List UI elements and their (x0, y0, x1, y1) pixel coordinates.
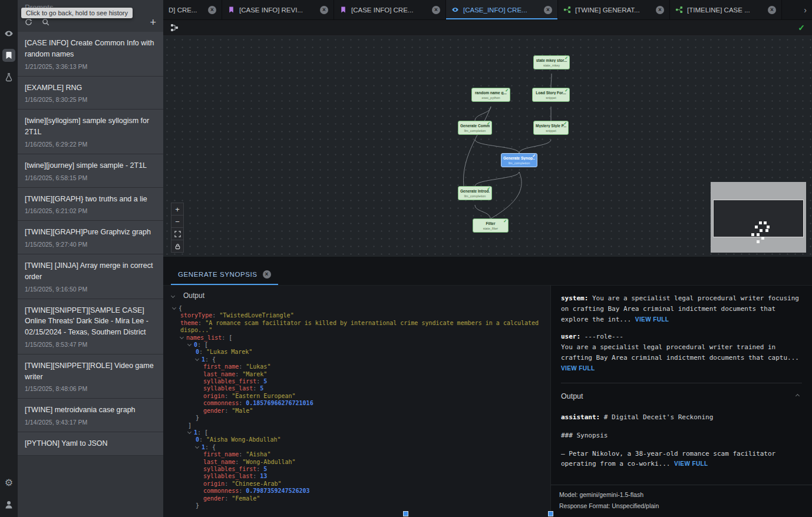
graph-canvas[interactable]: ✓ ✓state mkey stor...state_mkey✓random n… (163, 20, 812, 257)
list-item[interactable]: [PYTHON] Yaml to JSON (18, 432, 163, 456)
json-line[interactable]: syllables_last: 5 (173, 385, 546, 392)
layout-icon[interactable] (170, 24, 179, 32)
account-icon[interactable] (2, 498, 15, 511)
collapse-chevron-icon[interactable] (172, 306, 176, 310)
json-line[interactable]: last_name: "Wong-Abdullah" (173, 459, 546, 466)
add-prompt-button[interactable]: + (150, 19, 156, 26)
json-line[interactable]: 0: [ (173, 342, 546, 349)
zoom-in-button[interactable]: + (171, 203, 183, 216)
tab-overflow-chevron[interactable]: › (798, 0, 812, 19)
view-full-link[interactable]: VIEW FULL (561, 365, 595, 372)
list-item[interactable]: [twine][syllogism] sample syllogism for … (18, 110, 163, 154)
lock-button[interactable] (171, 240, 183, 252)
resize-handle[interactable] (403, 511, 408, 516)
json-line[interactable]: gender: "Male" (173, 407, 546, 415)
json-line[interactable]: names_list: [ (173, 334, 546, 342)
list-item[interactable]: [TWINE][SNIPPET][ROLE] Video game writer… (18, 354, 163, 399)
json-line[interactable]: 1: [ (173, 429, 546, 436)
json-line[interactable]: 1: { (173, 356, 546, 363)
editor-tab[interactable]: [TIMELINE] CASE ...× (670, 0, 782, 19)
json-line[interactable]: first_name: "Lukas" (173, 363, 546, 370)
tab-generate-synopsis[interactable]: GENERATE SYNOPSIS × (171, 266, 278, 285)
json-line[interactable]: gender: "Female" (173, 495, 546, 502)
json-line[interactable]: 0: "Lukas Marek" (173, 349, 546, 356)
editor-tab[interactable]: [CASE_INFO] CRE...× (446, 0, 558, 19)
json-line[interactable]: commonness: 0.7987359247526203 (173, 488, 546, 495)
json-line[interactable]: commonness: 0.18576966276721016 (173, 400, 546, 407)
tab-label: [CASE INFO] CRE... (351, 6, 428, 14)
json-line[interactable]: first_name: "Aisha" (173, 451, 546, 458)
check-icon: ✓ (565, 56, 568, 61)
bottom-panel: GENERATE SYNOPSIS × Output {storyType: "… (163, 257, 812, 517)
collapse-chevron-icon[interactable] (195, 445, 199, 449)
json-line[interactable]: } (173, 502, 546, 509)
minimap[interactable] (711, 182, 806, 253)
editor-tab[interactable]: [CASE INFO] REVI...× (222, 0, 334, 19)
json-line[interactable]: last_name: "Marek" (173, 371, 546, 378)
json-line[interactable]: { (173, 305, 546, 312)
graph-node[interactable]: ✓Generate Introd...llm_completion (458, 186, 492, 200)
close-icon[interactable]: × (208, 6, 216, 14)
list-item[interactable]: [twine][journey] simple sample - 2T1L1/1… (18, 154, 163, 188)
json-line[interactable]: 1: { (173, 444, 546, 451)
minimap-viewport[interactable] (713, 200, 804, 237)
inspector-output-header[interactable]: Output (561, 390, 802, 402)
prompt-title: [twine][syllogism] sample syllogism for … (25, 115, 156, 138)
graph-node[interactable]: ✓Load Story For...snippet (532, 88, 570, 102)
collapse-chevron-icon[interactable] (180, 335, 184, 339)
close-icon[interactable]: × (320, 6, 328, 14)
json-line[interactable]: } (173, 415, 546, 422)
resize-handle[interactable] (548, 511, 553, 516)
prompt-timestamp: 1/16/2025, 6:29:22 PM (25, 141, 156, 148)
json-tree[interactable]: {storyType: "TwistedLoveTriangle"theme: … (163, 303, 550, 517)
graph-node[interactable]: ✓random name g...exec_python (471, 88, 510, 102)
json-line[interactable]: ] (173, 422, 546, 429)
list-item[interactable]: [TWINE] metroidvania case graph1/14/2025… (18, 399, 163, 432)
refresh-icon[interactable] (25, 18, 33, 26)
saved-check-icon[interactable]: ✓ (798, 23, 805, 32)
json-line[interactable]: origin: "Eastern European" (173, 393, 546, 400)
node-title: Generate Introd... (460, 189, 490, 193)
editor-tab[interactable]: D] CRE...× (163, 0, 222, 19)
editor-tab[interactable]: [TWINE] GENERAT...× (558, 0, 670, 19)
view-full-link[interactable]: VIEW FULL (635, 316, 669, 323)
output-collapse-header[interactable]: Output (163, 286, 550, 303)
prompts-icon[interactable] (2, 49, 15, 62)
json-line[interactable]: theme: "A romance scam facilitator is ki… (173, 320, 546, 334)
view-full-link[interactable]: VIEW FULL (674, 460, 708, 467)
flask-icon[interactable] (2, 71, 15, 84)
close-icon[interactable]: × (263, 270, 271, 279)
graph-node[interactable]: ✓Filterstate_filter (473, 218, 509, 233)
view-eye-icon[interactable] (2, 27, 15, 40)
fit-view-button[interactable] (171, 228, 183, 240)
graph-node[interactable]: ✓Generate Comm...llm_completion (458, 121, 492, 135)
list-item[interactable]: [TWINE][SNIPPET][SAMPLE CASE] Online Thr… (18, 299, 163, 354)
list-item[interactable]: [EXAMPLE] RNG1/16/2025, 8:30:25 PM (18, 77, 163, 110)
list-item[interactable]: [TWINE][GRAPH} two truths and a lie1/16/… (18, 188, 163, 221)
close-icon[interactable]: × (768, 6, 776, 14)
json-line[interactable]: syllables_first: 5 (173, 378, 546, 385)
graph-node[interactable]: ✓Mystery Style P...snippet (533, 121, 569, 135)
search-icon[interactable] (42, 18, 50, 26)
close-icon[interactable]: × (432, 6, 440, 14)
editor-tab[interactable]: [CASE INFO] CRE...× (334, 0, 446, 19)
list-item[interactable]: [TWINE] [JINJA] Array merge in correct o… (18, 254, 163, 299)
collapse-chevron-icon[interactable] (187, 342, 192, 346)
close-icon[interactable]: × (656, 6, 664, 14)
zoom-out-button[interactable]: − (171, 216, 183, 228)
bottom-content: Output {storyType: "TwistedLoveTriangle"… (163, 286, 812, 517)
json-line[interactable]: storyType: "TwistedLoveTriangle" (173, 312, 546, 319)
graph-node[interactable]: ✓state mkey stor...state_mkey (533, 55, 570, 69)
settings-gear-icon[interactable]: ⚙ (2, 476, 15, 489)
node-title: Generate Comm... (460, 124, 490, 128)
json-line[interactable]: origin: "Chinese-Arab" (173, 480, 546, 488)
list-item[interactable]: [CASE INFO] Create Common Info with rand… (18, 32, 163, 77)
json-line[interactable]: 0: "Aisha Wong-Abdullah" (173, 436, 546, 443)
collapse-chevron-icon[interactable] (195, 357, 199, 361)
graph-node[interactable]: ✓Generate Synop...llm_completion (501, 153, 537, 167)
list-item[interactable]: [TWINE][GRAPH]Pure Graphviz graph1/15/20… (18, 221, 163, 254)
collapse-chevron-icon[interactable] (187, 430, 192, 434)
json-line[interactable]: syllables_last: 13 (173, 473, 546, 480)
close-icon[interactable]: × (544, 6, 552, 14)
json-line[interactable]: syllables_first: 5 (173, 466, 546, 473)
